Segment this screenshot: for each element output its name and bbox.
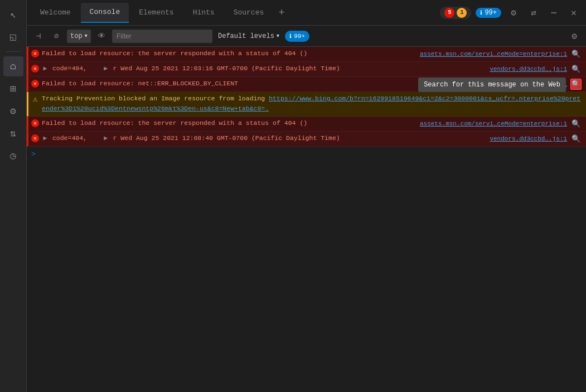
log-meta-2: ▶ code=404, ▶ r Wed Aug 25 2021 12:03:16… [42,64,485,74]
settings-icon[interactable]: ⚙ [506,5,521,21]
error-circle-6: ✕ [31,134,39,142]
error-icon-6: ✕ [31,134,40,143]
log-meta-5: Failed to load resource: the server resp… [42,118,415,128]
tracking-link[interactable]: https://www.bing.com/b?rn=1629918519649&… [42,95,580,112]
levels-arrow-icon: ▼ [277,33,279,39]
log-entry-1: ✕ Failed to load resource: the server re… [27,47,586,62]
eye-button[interactable]: 👁 [94,29,109,43]
log-entry-3: ✕ Failed to load resource: net::ERR_BLOC… [27,77,586,92]
info-count-group: ℹ 99+ [476,8,501,18]
tab-hints[interactable]: Hints [184,3,224,23]
info-count-label: 99+ [485,9,497,17]
info-badge-count: 99+ [294,33,305,40]
tab-welcome[interactable]: Welcome [31,3,80,23]
search-web-button-2[interactable]: 🔍 [570,64,582,75]
prompt-line[interactable]: > [27,147,586,162]
log-meta-1: Failed to load resource: the server resp… [42,49,415,59]
error-badge: 5 [444,8,454,18]
sidebar-icon-home[interactable]: ⌂ [3,56,23,76]
expand-arrow-6a[interactable]: ▶ [42,133,49,143]
search-web-button-1[interactable]: 🔍 [570,49,582,60]
sidebar-icon-performance[interactable]: ⇅ [3,123,23,143]
log-message-3: Failed to load resource: net::ERR_BLOCKE… [42,79,551,89]
log-right-3: b:1 🔍 Search for this message on the Web [551,79,582,90]
error-icon-1: ✕ [31,49,40,58]
error-icon-3: ✕ [31,79,40,88]
log-message-5: Failed to load resource: the server resp… [42,118,415,128]
context-label: top [70,32,83,40]
log-source-3[interactable]: b:1 [556,81,567,88]
tab-bar: Welcome Console Elements Hints Sources +… [27,0,586,26]
error-count-group: 5 1 [440,7,471,19]
prompt-symbol: > [31,150,36,158]
log-meta-3: Failed to load resource: net::ERR_BLOCKE… [42,79,551,89]
error-circle-1: ✕ [31,50,39,57]
sidebar-icon-timer[interactable]: ◷ [3,146,23,166]
levels-label: Default levels [218,32,274,40]
log-entry-6: ✕ ▶ code=404, ▶ r Wed Aug 25 2021 12:08:… [27,132,586,147]
sidebar-icon-pointer[interactable]: ↖ [3,4,23,25]
log-message-2: ▶ code=404, ▶ r Wed Aug 25 2021 12:03:16… [42,64,485,74]
tab-console[interactable]: Console [81,3,129,23]
tab-right-controls: 5 1 ℹ 99+ ⚙ ⇄ ⋯ ✕ [440,5,582,21]
tab-elements[interactable]: Elements [130,3,182,23]
log-right-1: assets.msn.com/servi…ceMode=enterprise:1… [415,49,582,60]
console-settings-button[interactable]: ⚙ [567,29,582,43]
tab-sources[interactable]: Sources [225,3,273,23]
search-web-button-5[interactable]: 🔍 [570,118,582,129]
context-selector[interactable]: top ▼ [67,30,91,43]
expand-arrow-6b[interactable]: ▶ [103,133,109,143]
log-entry-4: ⚠ Tracking Prevention blocked an Image r… [27,92,586,117]
error-circle-3: ✕ [31,80,39,88]
log-source-2[interactable]: vendors.dd3ccbd….js:1 [490,66,567,72]
search-web-button-6[interactable]: 🔍 [570,133,582,144]
warning-badge: 1 [457,8,467,18]
log-message-6: ▶ code=404, ▶ r Wed Aug 25 2021 12:08:40… [42,133,485,143]
log-right-2: vendors.dd3ccbd….js:1 🔍 [485,64,582,75]
log-meta-6: ▶ code=404, ▶ r Wed Aug 25 2021 12:08:40… [42,133,485,143]
warning-icon-4: ⚠ [31,94,40,103]
levels-selector[interactable]: Default levels ▼ [216,30,282,43]
sidebar-divider [6,51,21,52]
error-icon-2: ✕ [31,64,40,73]
search-web-button-3[interactable]: 🔍 [570,79,582,90]
expand-arrow-2b[interactable]: ▶ [103,64,109,74]
log-message-1: Failed to load resource: the server resp… [42,49,415,59]
sidebar-toggle-button[interactable]: ⊣ [31,29,46,43]
log-meta-4: Tracking Prevention blocked an Image res… [42,94,582,114]
context-arrow-icon: ▼ [85,33,88,39]
log-message-4: Tracking Prevention blocked an Image res… [42,94,582,114]
sidebar-icon-inspector[interactable]: ◱ [3,27,23,47]
more-icon[interactable]: ⋯ [546,5,561,21]
log-right-5: assets.msn.com/servi…ceMode=enterprise:1… [415,118,582,129]
console-output[interactable]: ✕ Failed to load resource: the server re… [27,47,586,392]
toolbar: ⊣ ⊘ top ▼ 👁 Default levels ▼ ℹ 99+ ⚙ [27,26,586,47]
log-source-5[interactable]: assets.msn.com/servi…ceMode=enterprise:1 [420,120,567,127]
log-entry-2: ✕ ▶ code=404, ▶ r Wed Aug 25 2021 12:03:… [27,62,586,77]
error-circle-5: ✕ [31,119,39,127]
log-source-1[interactable]: assets.msn.com/servi…ceMode=enterprise:1 [420,51,567,57]
tab-add-button[interactable]: + [274,5,289,21]
expand-arrow-2a[interactable]: ▶ [42,64,49,74]
filter-input[interactable] [112,30,212,43]
info-badge-toolbar: ℹ 99+ [285,31,309,42]
sidebar-icon-bug[interactable]: ⚙ [3,101,23,121]
log-entry-5: ✕ Failed to load resource: the server re… [27,117,586,132]
sidebar-icon-grid[interactable]: ⊞ [3,79,23,99]
clear-button[interactable]: ⊘ [49,29,64,43]
sidebar: ↖ ◱ ⌂ ⊞ ⚙ ⇅ ◷ [0,0,27,392]
close-icon[interactable]: ✕ [566,5,582,21]
log-right-6: vendors.dd3ccbd….js:1 🔍 [485,133,582,144]
error-icon-5: ✕ [31,119,40,128]
error-circle-2: ✕ [31,65,39,72]
log-source-6[interactable]: vendors.dd3ccbd….js:1 [490,135,567,142]
network-icon[interactable]: ⇄ [526,5,541,21]
main-panel: Welcome Console Elements Hints Sources +… [27,0,586,392]
